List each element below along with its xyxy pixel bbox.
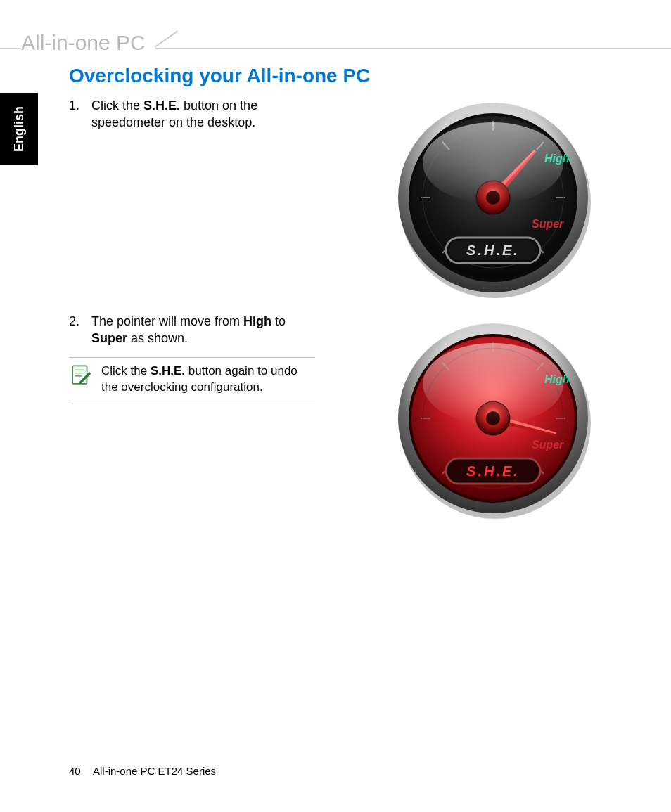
page-header-title: All-in-one PC — [21, 31, 155, 55]
note-callout: Click the S.H.E. button again to undo th… — [69, 357, 315, 401]
note-text: Click the S.H.E. button again to undo th… — [101, 363, 315, 395]
note-icon — [69, 363, 93, 387]
section-title: Overclocking your All-in-one PC — [69, 65, 618, 87]
gauge-super-state: High Super S.H.E. — [377, 316, 609, 520]
language-tab-label: English — [12, 106, 27, 152]
step-2-number: 2. — [69, 313, 91, 347]
svg-text:S.H.E.: S.H.E. — [466, 463, 520, 479]
page-number: 40 — [69, 765, 81, 777]
svg-text:S.H.E.: S.H.E. — [466, 243, 520, 258]
speedometer-icon: High Super S.H.E. — [391, 96, 595, 299]
she-button[interactable]: S.H.E. — [446, 238, 540, 263]
footer-text: All-in-one PC ET24 Series — [93, 765, 216, 777]
step-1-number: 1. — [69, 97, 91, 131]
step-1-text: Click the S.H.E. button on the speedomet… — [91, 97, 315, 131]
svg-point-19 — [423, 122, 563, 204]
gauge-label-super: Super — [532, 218, 564, 230]
svg-rect-20 — [72, 366, 87, 385]
gauge-label-super: Super — [532, 439, 564, 451]
language-tab: English — [0, 93, 38, 165]
she-button[interactable]: S.H.E. — [446, 458, 540, 484]
page-footer: 40 All-in-one PC ET24 Series — [69, 765, 216, 777]
gauge-high-state: High Super S.H.E. — [377, 96, 609, 299]
step-2-text: The pointer will move from High to Super… — [91, 313, 315, 347]
svg-point-43 — [423, 343, 563, 425]
speedometer-icon: High Super S.H.E. — [391, 316, 595, 520]
